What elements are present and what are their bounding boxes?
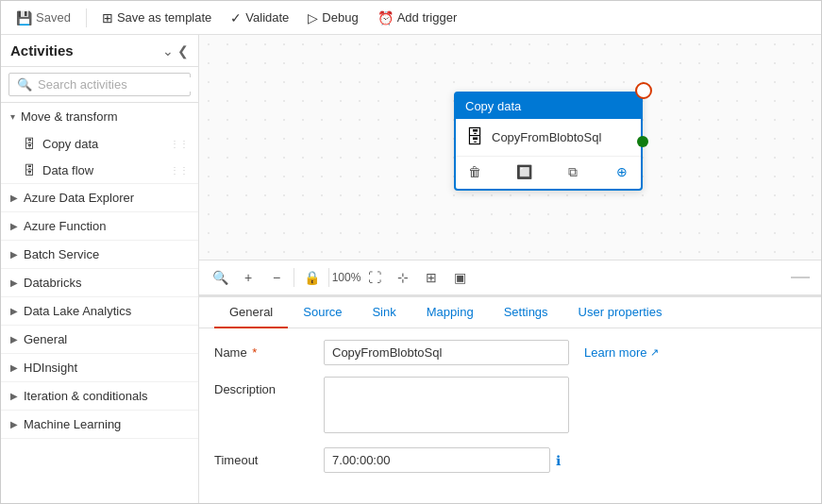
debug-button[interactable]: ▷ Debug [300, 7, 365, 29]
node-connect-button[interactable]: ⊕ [611, 160, 633, 183]
node-actions: 🗑 🔲 ⧉ ⊕ [456, 156, 641, 189]
general-section: ▶ General [1, 326, 198, 354]
timeout-row: Timeout ℹ [214, 447, 806, 473]
collapse-up-icon[interactable]: ⌄ [162, 43, 174, 59]
trigger-icon: ⏰ [377, 10, 394, 25]
data-lake-analytics-label: Data Lake Analytics [24, 304, 131, 318]
iteration-header[interactable]: ▶ Iteration & conditionals [1, 382, 198, 410]
chevron-right-icon: ▶ [10, 193, 18, 203]
canvas-format-button[interactable]: ▣ [446, 264, 473, 291]
node-body-icon: 🗄 [465, 126, 484, 148]
info-icon[interactable]: ℹ [556, 453, 561, 468]
main-content: Activities ⌄ ❮ 🔍 ▾ Move & transform [1, 35, 821, 503]
chevron-right-icon-9: ▶ [10, 419, 18, 429]
canvas-minus-button[interactable]: − [263, 264, 290, 291]
node-body: 🗄 CopyFromBlobtoSql [456, 119, 641, 156]
machine-learning-header[interactable]: ▶ Machine Learning [1, 411, 198, 438]
hdinsight-header[interactable]: ▶ HDInsight [1, 354, 198, 381]
timeout-with-info: ℹ [324, 447, 569, 473]
timeout-input[interactable] [324, 447, 550, 473]
activities-list: ▾ Move & transform 🗄 Copy data ⋮⋮ 🗄 Data… [1, 103, 198, 503]
search-input[interactable] [38, 77, 196, 92]
hdinsight-section: ▶ HDInsight [1, 354, 198, 382]
tab-user-properties[interactable]: User properties [563, 297, 678, 328]
move-transform-label: Move & transform [21, 109, 118, 124]
description-label: Description [214, 377, 309, 396]
chevron-right-icon-6: ▶ [10, 334, 18, 344]
databricks-label: Databricks [24, 276, 81, 290]
add-trigger-label: Add trigger [397, 10, 458, 25]
chevron-right-icon-2: ▶ [10, 221, 18, 231]
add-trigger-button[interactable]: ⏰ Add trigger [370, 7, 465, 29]
saved-label: Saved [36, 10, 71, 25]
machine-learning-section: ▶ Machine Learning [1, 411, 198, 439]
copy-data-item[interactable]: 🗄 Copy data ⋮⋮ [1, 130, 198, 157]
batch-service-header[interactable]: ▶ Batch Service [1, 241, 198, 268]
canvas-fit-button[interactable]: ⛶ [361, 264, 388, 291]
tab-sink[interactable]: Sink [357, 297, 411, 328]
save-as-template-button[interactable]: ⊞ Save as template [94, 7, 219, 29]
canvas-layout-button[interactable]: ⊞ [418, 264, 445, 291]
tab-mapping[interactable]: Mapping [411, 297, 489, 328]
iteration-section: ▶ Iteration & conditionals [1, 382, 198, 411]
name-label: Name * [214, 340, 309, 360]
chevron-down-icon: ▾ [10, 111, 15, 122]
bottom-panel-content: Name * Learn more ↗ Description [199, 328, 821, 503]
validate-button[interactable]: ✓ Validate [223, 7, 296, 29]
drag-handle: ⋮⋮ [170, 139, 189, 149]
node-delete-button[interactable]: 🗑 [463, 160, 486, 183]
description-row: Description [214, 377, 806, 436]
tab-general[interactable]: General [214, 297, 288, 328]
batch-service-label: Batch Service [24, 247, 99, 261]
panel-icons: ⌄ ❮ [162, 43, 189, 59]
data-flow-item[interactable]: 🗄 Data flow ⋮⋮ [1, 157, 198, 183]
copy-data-icon: 🗄 [22, 136, 37, 151]
azure-function-header[interactable]: ▶ Azure Function [1, 212, 198, 240]
learn-more-link[interactable]: Learn more ↗ [584, 340, 659, 360]
saved-icon: 💾 [16, 10, 32, 25]
node-info-button[interactable]: 🔲 [512, 160, 535, 183]
node-card[interactable]: Copy data 🗄 CopyFromBlobtoSql 🗑 🔲 ⧉ ⊕ [454, 92, 643, 191]
description-input[interactable] [324, 377, 569, 433]
name-input[interactable] [324, 340, 569, 365]
search-box: 🔍 [1, 67, 198, 103]
canvas-add-button[interactable]: + [235, 264, 261, 291]
name-row: Name * Learn more ↗ [214, 340, 806, 365]
timeout-label: Timeout [214, 447, 309, 467]
canvas-toolbar: 🔍 + − 🔒 100% ⛶ ⊹ ⊞ ▣ [199, 260, 821, 295]
copy-data-node[interactable]: Copy data 🗄 CopyFromBlobtoSql 🗑 🔲 ⧉ ⊕ [454, 92, 643, 191]
data-flow-label: Data flow [42, 163, 93, 177]
data-lake-analytics-header[interactable]: ▶ Data Lake Analytics [1, 297, 198, 325]
azure-data-explorer-header[interactable]: ▶ Azure Data Explorer [1, 184, 198, 211]
validate-icon: ✓ [230, 10, 242, 25]
drag-handle-2: ⋮⋮ [170, 165, 189, 176]
move-transform-header[interactable]: ▾ Move & transform [1, 103, 198, 130]
azure-data-explorer-section: ▶ Azure Data Explorer [1, 184, 198, 212]
canvas-select-button[interactable]: ⊹ [390, 264, 416, 291]
pipeline-canvas[interactable]: Copy data 🗄 CopyFromBlobtoSql 🗑 🔲 ⧉ ⊕ [199, 35, 821, 260]
general-label: General [24, 332, 67, 346]
azure-data-explorer-label: Azure Data Explorer [24, 191, 134, 205]
azure-function-label: Azure Function [24, 219, 106, 233]
debug-label: Debug [322, 10, 358, 25]
chevron-right-icon-8: ▶ [10, 391, 18, 401]
canvas-search-button[interactable]: 🔍 [207, 264, 233, 291]
data-lake-analytics-section: ▶ Data Lake Analytics [1, 297, 198, 326]
node-wrapper: Copy data 🗄 CopyFromBlobtoSql 🗑 🔲 ⧉ ⊕ [454, 92, 643, 191]
iteration-label: Iteration & conditionals [24, 389, 148, 403]
canvas-zoom-level[interactable]: 100% [333, 264, 360, 291]
chevron-right-icon-5: ▶ [10, 306, 18, 316]
canvas-area: Copy data 🗄 CopyFromBlobtoSql 🗑 🔲 ⧉ ⊕ [199, 35, 821, 503]
tab-source[interactable]: Source [288, 297, 357, 328]
required-indicator: * [252, 345, 257, 360]
canvas-lock-button[interactable]: 🔒 [298, 264, 325, 291]
general-header[interactable]: ▶ General [1, 326, 198, 353]
name-input-wrap [324, 340, 569, 365]
search-icon: 🔍 [17, 77, 32, 92]
collapse-left-icon[interactable]: ❮ [177, 43, 189, 59]
databricks-header[interactable]: ▶ Databricks [1, 269, 198, 296]
node-header-label: Copy data [465, 99, 521, 113]
tab-settings[interactable]: Settings [489, 297, 563, 328]
validate-label: Validate [245, 10, 289, 25]
node-copy-button[interactable]: ⧉ [562, 160, 584, 183]
